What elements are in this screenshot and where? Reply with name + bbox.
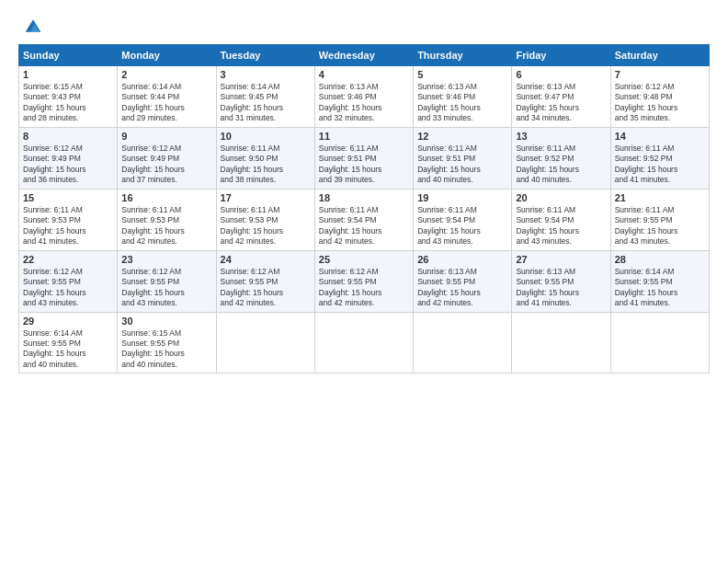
day-number: 13 <box>516 131 606 142</box>
calendar-header-saturday: Saturday <box>610 45 709 66</box>
calendar-cell: 23Sunrise: 6:12 AMSunset: 9:55 PMDayligh… <box>118 250 216 312</box>
calendar-cell: 10Sunrise: 6:11 AMSunset: 9:50 PMDayligh… <box>216 127 314 189</box>
calendar-cell: 26Sunrise: 6:13 AMSunset: 9:55 PMDayligh… <box>414 250 512 312</box>
cell-info: Sunrise: 6:11 AMSunset: 9:54 PMDaylight:… <box>516 205 606 247</box>
calendar-week-1: 1Sunrise: 6:15 AMSunset: 9:43 PMDaylight… <box>19 66 710 128</box>
calendar-cell: 17Sunrise: 6:11 AMSunset: 9:53 PMDayligh… <box>216 189 314 250</box>
day-number: 16 <box>121 192 211 203</box>
cell-info: Sunrise: 6:12 AMSunset: 9:49 PMDaylight:… <box>121 144 211 186</box>
day-number: 22 <box>23 254 113 265</box>
calendar-cell: 28Sunrise: 6:14 AMSunset: 9:55 PMDayligh… <box>610 250 709 312</box>
calendar-header-wednesday: Wednesday <box>314 45 413 66</box>
calendar-cell: 29Sunrise: 6:14 AMSunset: 9:55 PMDayligh… <box>19 312 118 373</box>
calendar-cell: 30Sunrise: 6:15 AMSunset: 9:55 PMDayligh… <box>118 312 216 373</box>
cell-info: Sunrise: 6:14 AMSunset: 9:55 PMDaylight:… <box>615 267 705 309</box>
cell-info: Sunrise: 6:15 AMSunset: 9:55 PMDaylight:… <box>121 328 211 371</box>
cell-info: Sunrise: 6:13 AMSunset: 9:46 PMDaylight:… <box>319 82 409 124</box>
day-number: 26 <box>417 254 507 265</box>
calendar-cell: 18Sunrise: 6:11 AMSunset: 9:54 PMDayligh… <box>314 189 413 250</box>
calendar-cell: 11Sunrise: 6:11 AMSunset: 9:51 PMDayligh… <box>314 127 413 189</box>
calendar-header-thursday: Thursday <box>414 45 512 66</box>
calendar-header-monday: Monday <box>118 45 216 66</box>
calendar-cell: 3Sunrise: 6:14 AMSunset: 9:45 PMDaylight… <box>216 66 314 128</box>
calendar-cell <box>414 312 512 373</box>
day-number: 5 <box>417 69 507 80</box>
calendar-cell: 2Sunrise: 6:14 AMSunset: 9:44 PMDaylight… <box>118 66 216 128</box>
day-number: 14 <box>615 131 705 142</box>
day-number: 23 <box>121 254 211 265</box>
day-number: 7 <box>615 69 705 80</box>
day-number: 30 <box>121 316 211 327</box>
cell-info: Sunrise: 6:11 AMSunset: 9:53 PMDaylight:… <box>121 205 211 247</box>
day-number: 25 <box>319 254 409 265</box>
calendar: SundayMondayTuesdayWednesdayThursdayFrid… <box>18 44 710 373</box>
calendar-header-sunday: Sunday <box>19 45 118 66</box>
page: SundayMondayTuesdayWednesdayThursdayFrid… <box>0 0 728 563</box>
calendar-header-tuesday: Tuesday <box>216 45 314 66</box>
calendar-header-friday: Friday <box>512 45 610 66</box>
day-number: 19 <box>417 192 507 203</box>
day-number: 29 <box>23 316 113 327</box>
calendar-week-2: 8Sunrise: 6:12 AMSunset: 9:49 PMDaylight… <box>19 127 710 189</box>
calendar-header-row: SundayMondayTuesdayWednesdayThursdayFrid… <box>19 45 710 66</box>
day-number: 4 <box>319 69 409 80</box>
cell-info: Sunrise: 6:12 AMSunset: 9:55 PMDaylight:… <box>319 267 409 309</box>
day-number: 20 <box>516 192 606 203</box>
cell-info: Sunrise: 6:11 AMSunset: 9:53 PMDaylight:… <box>221 205 311 247</box>
calendar-cell: 13Sunrise: 6:11 AMSunset: 9:52 PMDayligh… <box>512 127 610 189</box>
cell-info: Sunrise: 6:11 AMSunset: 9:51 PMDaylight:… <box>417 144 507 186</box>
cell-info: Sunrise: 6:11 AMSunset: 9:50 PMDaylight:… <box>221 144 311 186</box>
calendar-cell: 20Sunrise: 6:11 AMSunset: 9:54 PMDayligh… <box>512 189 610 250</box>
calendar-cell: 9Sunrise: 6:12 AMSunset: 9:49 PMDaylight… <box>118 127 216 189</box>
day-number: 27 <box>516 254 606 265</box>
cell-info: Sunrise: 6:12 AMSunset: 9:55 PMDaylight:… <box>221 267 311 309</box>
cell-info: Sunrise: 6:12 AMSunset: 9:49 PMDaylight:… <box>23 144 113 186</box>
calendar-cell: 16Sunrise: 6:11 AMSunset: 9:53 PMDayligh… <box>118 189 216 250</box>
cell-info: Sunrise: 6:11 AMSunset: 9:53 PMDaylight:… <box>23 205 113 247</box>
day-number: 8 <box>23 131 113 142</box>
cell-info: Sunrise: 6:11 AMSunset: 9:54 PMDaylight:… <box>417 205 507 247</box>
cell-info: Sunrise: 6:11 AMSunset: 9:55 PMDaylight:… <box>615 205 705 247</box>
cell-info: Sunrise: 6:15 AMSunset: 9:43 PMDaylight:… <box>23 82 113 124</box>
cell-info: Sunrise: 6:13 AMSunset: 9:55 PMDaylight:… <box>417 267 507 309</box>
logo <box>18 17 42 35</box>
cell-info: Sunrise: 6:11 AMSunset: 9:52 PMDaylight:… <box>516 144 606 186</box>
logo-icon <box>24 17 42 35</box>
calendar-cell: 15Sunrise: 6:11 AMSunset: 9:53 PMDayligh… <box>19 189 118 250</box>
day-number: 28 <box>615 254 705 265</box>
calendar-week-5: 29Sunrise: 6:14 AMSunset: 9:55 PMDayligh… <box>19 312 710 373</box>
calendar-cell: 7Sunrise: 6:12 AMSunset: 9:48 PMDaylight… <box>610 66 709 128</box>
day-number: 17 <box>221 192 311 203</box>
calendar-cell: 4Sunrise: 6:13 AMSunset: 9:46 PMDaylight… <box>314 66 413 128</box>
cell-info: Sunrise: 6:11 AMSunset: 9:51 PMDaylight:… <box>319 144 409 186</box>
day-number: 18 <box>319 192 409 203</box>
cell-info: Sunrise: 6:13 AMSunset: 9:46 PMDaylight:… <box>417 82 507 124</box>
cell-info: Sunrise: 6:12 AMSunset: 9:55 PMDaylight:… <box>121 267 211 309</box>
calendar-cell: 25Sunrise: 6:12 AMSunset: 9:55 PMDayligh… <box>314 250 413 312</box>
cell-info: Sunrise: 6:14 AMSunset: 9:55 PMDaylight:… <box>23 328 113 371</box>
day-number: 3 <box>221 69 311 80</box>
cell-info: Sunrise: 6:11 AMSunset: 9:52 PMDaylight:… <box>615 144 705 186</box>
calendar-cell: 27Sunrise: 6:13 AMSunset: 9:55 PMDayligh… <box>512 250 610 312</box>
day-number: 15 <box>23 192 113 203</box>
cell-info: Sunrise: 6:13 AMSunset: 9:55 PMDaylight:… <box>516 267 606 309</box>
day-number: 6 <box>516 69 606 80</box>
calendar-week-4: 22Sunrise: 6:12 AMSunset: 9:55 PMDayligh… <box>19 250 710 312</box>
calendar-cell: 22Sunrise: 6:12 AMSunset: 9:55 PMDayligh… <box>19 250 118 312</box>
cell-info: Sunrise: 6:12 AMSunset: 9:48 PMDaylight:… <box>615 82 705 124</box>
calendar-week-3: 15Sunrise: 6:11 AMSunset: 9:53 PMDayligh… <box>19 189 710 250</box>
calendar-cell: 6Sunrise: 6:13 AMSunset: 9:47 PMDaylight… <box>512 66 610 128</box>
calendar-cell <box>216 312 314 373</box>
cell-info: Sunrise: 6:14 AMSunset: 9:44 PMDaylight:… <box>121 82 211 124</box>
cell-info: Sunrise: 6:13 AMSunset: 9:47 PMDaylight:… <box>516 82 606 124</box>
calendar-cell <box>314 312 413 373</box>
cell-info: Sunrise: 6:12 AMSunset: 9:55 PMDaylight:… <box>23 267 113 309</box>
day-number: 2 <box>121 69 211 80</box>
cell-info: Sunrise: 6:11 AMSunset: 9:54 PMDaylight:… <box>319 205 409 247</box>
header <box>18 17 710 35</box>
calendar-cell: 19Sunrise: 6:11 AMSunset: 9:54 PMDayligh… <box>414 189 512 250</box>
cell-info: Sunrise: 6:14 AMSunset: 9:45 PMDaylight:… <box>221 82 311 124</box>
calendar-cell: 1Sunrise: 6:15 AMSunset: 9:43 PMDaylight… <box>19 66 118 128</box>
day-number: 24 <box>221 254 311 265</box>
calendar-cell: 12Sunrise: 6:11 AMSunset: 9:51 PMDayligh… <box>414 127 512 189</box>
